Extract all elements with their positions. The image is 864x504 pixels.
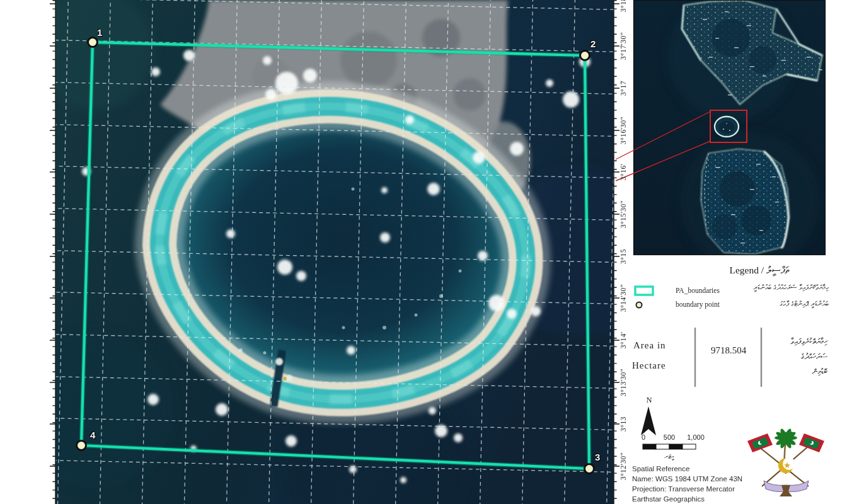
spatial-reference-heading: Spatial Reference: [632, 465, 689, 472]
area-label-dv-1: ހިމާޔަތްކުރެވިފައިވާ: [791, 336, 828, 346]
lat-label-4: 3°16': [619, 164, 627, 180]
inset-target-atoll: [715, 117, 739, 137]
legend-title-en: Legend: [729, 265, 758, 275]
boundary-point-4: [77, 441, 86, 450]
spatial-reference-credit: Earthstar Geographics: [632, 495, 705, 503]
right-axis-ticks: [614, 0, 619, 504]
lat-label-5: 3°15'30": [619, 200, 627, 228]
boundary-point-symbol: [636, 302, 642, 308]
map-layout-page: { "map_frame": { "axis_labels": ["3°18'"…: [0, 0, 864, 504]
lat-label-9: 3°13'30": [619, 369, 627, 396]
area-table-dividers: [695, 328, 761, 387]
maldives-emblem: ★: [747, 428, 824, 496]
spatial-reference-projection: Projection: Transverse Mercator: [632, 485, 735, 493]
lat-label-10: 3°13: [619, 416, 627, 432]
boundary-point-label-4: 4: [90, 430, 95, 440]
lat-label-11: 3°12'30": [619, 452, 627, 480]
spatial-reference-name: Name: WGS 1984 UTM Zone 43N: [632, 475, 742, 483]
legend-item-pa-boundaries-label-dv: ހިމާޔަތްކޮށްފައިވާ ސަރަހައްދުގެ ބައުންޑަ…: [754, 284, 829, 292]
scale-label-500: 500: [664, 433, 675, 441]
legend-title-dv: ތަފްސީލު: [766, 265, 789, 276]
scale-label-0: 0: [642, 433, 645, 441]
lat-label-6: 3°15: [619, 249, 627, 264]
legend-title: Legend / ތަފްސީލު: [690, 265, 829, 276]
area-value: 9718.504: [698, 345, 759, 356]
main-satellite-map: [16, 0, 665, 504]
scale-unit-label: މީޓަރ: [665, 453, 674, 461]
legend-item-boundary-point-label: boundary point: [676, 301, 720, 308]
north-arrow-icon: [641, 406, 656, 435]
svg-text:★: ★: [783, 461, 791, 470]
scale-label-1000: 1,000: [687, 433, 705, 441]
boundary-point-label-2: 2: [590, 38, 596, 49]
legend-item-pa-boundaries-label: PA_boundaries: [676, 287, 720, 294]
area-label-dv-2: ސަރަހައްދުގެ: [801, 352, 827, 362]
emblem-crescent-star: ★: [778, 457, 795, 473]
pa-boundary-swatch: [635, 287, 653, 295]
lat-label-7: 3°14'30": [619, 284, 627, 312]
lat-label-3: 3°16'30": [619, 117, 627, 144]
area-label-line2: Hectare: [632, 360, 666, 371]
lat-label-8: 3°14': [619, 332, 627, 348]
boundary-point-1: [88, 38, 98, 47]
boundary-point-3: [585, 464, 594, 474]
emblem-left-flag: [747, 433, 773, 452]
boundary-point-label-1: 1: [97, 27, 102, 38]
lat-label-1: 3°17'30": [619, 32, 627, 60]
area-label-line1: Area in: [633, 340, 666, 351]
map-graphics: ★: [0, 0, 864, 504]
emblem-right-flag: [799, 433, 824, 452]
boundary-point-label-3: 3: [595, 452, 600, 462]
north-arrow-label: N: [644, 396, 654, 405]
boundary-point-2: [580, 51, 590, 60]
left-axis-ticks: [50, 0, 55, 504]
scale-bar: [643, 444, 696, 449]
area-label-dv-3: ބޮޑުމިން: [812, 367, 827, 377]
lat-label-0: 3°18': [619, 0, 627, 12]
lat-label-2: 3°17: [619, 81, 627, 96]
legend-item-boundary-point-label-dv: ބައުންޑަރީ ޕޮއިންޓްގެ ފާހަގަ: [780, 300, 829, 308]
legend-title-separator: /: [759, 265, 766, 275]
